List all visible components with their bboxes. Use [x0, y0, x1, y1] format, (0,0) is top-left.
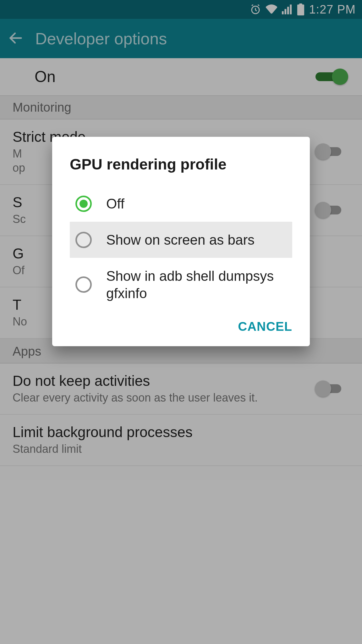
radio-icon — [75, 232, 92, 248]
radio-icon — [75, 276, 92, 293]
dialog-actions: CANCEL — [52, 311, 310, 337]
dialog-title: GPU rendering profile — [52, 156, 310, 186]
dialog-scrim[interactable]: GPU rendering profile Off Show on screen… — [0, 0, 362, 644]
option-label: Show in adb shell dumpsys gfxinfo — [106, 267, 287, 302]
radio-icon — [75, 196, 92, 212]
option-label: Show on screen as bars — [106, 231, 255, 248]
gpu-rendering-dialog: GPU rendering profile Off Show on screen… — [52, 137, 310, 346]
cancel-button[interactable]: CANCEL — [238, 319, 292, 334]
option-label: Off — [106, 195, 124, 212]
dialog-option-adb[interactable]: Show in adb shell dumpsys gfxinfo — [70, 258, 292, 311]
dialog-options: Off Show on screen as bars Show in adb s… — [52, 186, 310, 311]
dialog-option-bars[interactable]: Show on screen as bars — [70, 222, 292, 258]
dialog-option-off[interactable]: Off — [70, 186, 292, 222]
